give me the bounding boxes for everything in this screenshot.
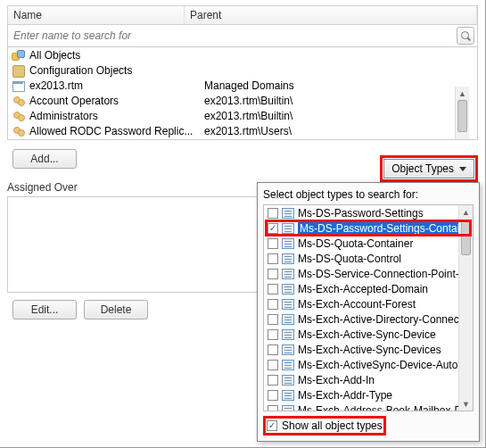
search-icon — [461, 31, 470, 40]
table-row[interactable]: Administratorsex2013.rtm\Builtin\ — [8, 108, 477, 123]
object-type-item[interactable]: Ms-Exch-Active-Sync-Device — [264, 327, 473, 342]
object-type-label: Ms-DS-Service-Connection-Point-P... — [298, 268, 473, 280]
checkbox[interactable] — [268, 299, 278, 310]
scroll-down-icon[interactable]: ▼ — [459, 397, 473, 411]
checkbox[interactable] — [268, 238, 278, 249]
cell-name: Configuration Objects — [29, 64, 204, 77]
scroll-up-icon[interactable]: ▲ — [459, 205, 473, 219]
class-icon — [282, 405, 294, 412]
object-type-label: Ms-Exch-Active-Sync-Device — [298, 328, 436, 341]
scrollbar[interactable]: ▲ ▼ — [455, 87, 469, 140]
object-type-label: Ms-DS-Password-Settings-Container — [298, 222, 473, 235]
delete-button[interactable]: Delete — [84, 300, 148, 319]
object-type-item[interactable]: Ms-Exch-Account-Forest — [264, 296, 473, 311]
checkbox[interactable] — [268, 223, 278, 234]
table-header: Name Parent — [7, 5, 478, 25]
object-type-item[interactable]: Ms-DS-Quota-Control — [264, 251, 473, 266]
class-icon — [282, 360, 294, 370]
object-type-item[interactable]: Ms-Exch-Active-Directory-Connector — [264, 311, 473, 327]
col-header-name[interactable]: Name — [8, 6, 185, 24]
class-icon — [282, 284, 294, 295]
checkbox[interactable] — [268, 253, 278, 264]
object-type-item[interactable]: Ms-Exch-Add-In — [264, 372, 473, 387]
class-icon — [282, 269, 294, 279]
class-icon — [282, 329, 294, 340]
class-icon — [282, 208, 294, 219]
search-button[interactable] — [457, 27, 474, 45]
checkbox[interactable] — [268, 314, 278, 325]
object-type-label: Ms-Exch-Add-In — [298, 374, 375, 386]
cell-name: Administrators — [29, 110, 204, 122]
class-icon — [282, 223, 294, 234]
object-type-label: Ms-DS-Quota-Control — [298, 253, 401, 265]
object-type-label: Ms-DS-Password-Settings — [298, 207, 424, 220]
object-type-label: Ms-Exch-Accepted-Domain — [298, 283, 428, 295]
col-header-parent[interactable]: Parent — [185, 6, 477, 24]
object-type-item[interactable]: Ms-Exch-Addr-Type — [264, 387, 473, 402]
table-row[interactable]: ex2013.rtmManaged Domains — [8, 78, 477, 93]
object-types-button[interactable]: Object Types — [383, 159, 474, 178]
show-all-checkbox[interactable] — [267, 420, 277, 431]
object-type-item[interactable]: Ms-DS-Quota-Container — [264, 236, 473, 251]
class-icon — [282, 375, 294, 386]
checkbox[interactable] — [268, 344, 278, 355]
object-type-item[interactable]: Ms-Exch-Address-Book-Mailbox-Po... — [264, 402, 473, 411]
object-type-item[interactable]: Ms-DS-Password-Settings — [264, 205, 473, 220]
edit-button[interactable]: Edit... — [12, 300, 77, 319]
checkbox[interactable] — [268, 375, 278, 386]
checkbox[interactable] — [268, 269, 278, 279]
object-types-highlight: Object Types — [380, 155, 478, 182]
object-type-label: Ms-Exch-Active-Sync-Devices — [298, 344, 441, 356]
table-row[interactable]: Account Operatorsex2013.rtm\Builtin\ — [8, 93, 477, 108]
class-icon — [282, 253, 294, 264]
table-row[interactable]: All Objects — [8, 47, 477, 62]
class-icon — [282, 314, 294, 325]
object-types-dropdown: Select object types to search for: Ms-DS… — [257, 182, 480, 442]
class-icon — [282, 238, 294, 249]
checkbox[interactable] — [268, 390, 278, 401]
object-type-item[interactable]: Ms-DS-Service-Connection-Point-P... — [264, 266, 473, 281]
checkbox[interactable] — [268, 405, 278, 412]
table-row[interactable]: Configuration Objects — [8, 62, 477, 78]
cell-parent: ex2013.rtm\Users\ — [204, 125, 477, 137]
table-row[interactable]: Allowed RODC Password Replic...ex2013.rt… — [8, 123, 477, 138]
cell-name: ex2013.rtm — [29, 79, 204, 92]
object-type-item[interactable]: Ms-Exch-Active-Sync-Devices — [264, 342, 473, 357]
object-type-label: Ms-DS-Quota-Container — [298, 237, 413, 250]
show-all-label: Show all object types — [282, 419, 383, 432]
chevron-down-icon — [459, 167, 466, 171]
search-row — [7, 25, 478, 47]
object-type-label: Ms-Exch-Address-Book-Mailbox-Po... — [298, 404, 473, 412]
checkbox[interactable] — [268, 208, 278, 219]
group-icon — [12, 110, 26, 122]
table-row[interactable]: Backup Operatorsex2013.rtm\Builtin\ — [8, 138, 477, 140]
group-icon — [12, 140, 26, 141]
object-type-label: Ms-Exch-Addr-Type — [298, 389, 392, 402]
cell-parent: ex2013.rtm\Builtin\ — [204, 95, 477, 107]
object-type-label: Ms-Exch-ActiveSync-Device-Autob... — [298, 359, 473, 371]
cell-name: Backup Operators — [29, 140, 204, 141]
object-type-item[interactable]: Ms-Exch-ActiveSync-Device-Autob... — [264, 357, 473, 372]
objects-icon — [12, 49, 26, 62]
add-button[interactable]: Add... — [12, 149, 77, 169]
search-input[interactable] — [13, 28, 457, 44]
dropdown-title: Select object types to search for: — [263, 188, 474, 201]
object-list[interactable]: All ObjectsConfiguration Objectsex2013.r… — [7, 47, 478, 140]
scrollbar-thumb[interactable] — [457, 100, 467, 132]
checkbox[interactable] — [268, 329, 278, 340]
cell-parent: Managed Domains — [204, 79, 477, 92]
object-type-label: Ms-Exch-Active-Directory-Connector — [298, 313, 472, 326]
object-type-item[interactable]: Ms-DS-Password-Settings-Container — [264, 220, 473, 236]
group-icon — [12, 125, 26, 137]
config-icon — [12, 64, 26, 77]
object-type-label: Ms-Exch-Account-Forest — [298, 298, 416, 311]
show-all-row[interactable]: Show all object types — [263, 416, 386, 436]
object-type-item[interactable]: Ms-Exch-Accepted-Domain — [264, 281, 473, 296]
scrollbar-thumb[interactable] — [461, 220, 471, 255]
checkbox[interactable] — [268, 360, 278, 370]
scroll-up-icon[interactable]: ▲ — [456, 87, 469, 100]
scrollbar[interactable]: ▲ ▼ — [458, 205, 473, 411]
object-types-label: Object Types — [391, 162, 454, 175]
object-types-list[interactable]: Ms-DS-Password-SettingsMs-DS-Password-Se… — [263, 204, 474, 411]
checkbox[interactable] — [268, 284, 278, 295]
